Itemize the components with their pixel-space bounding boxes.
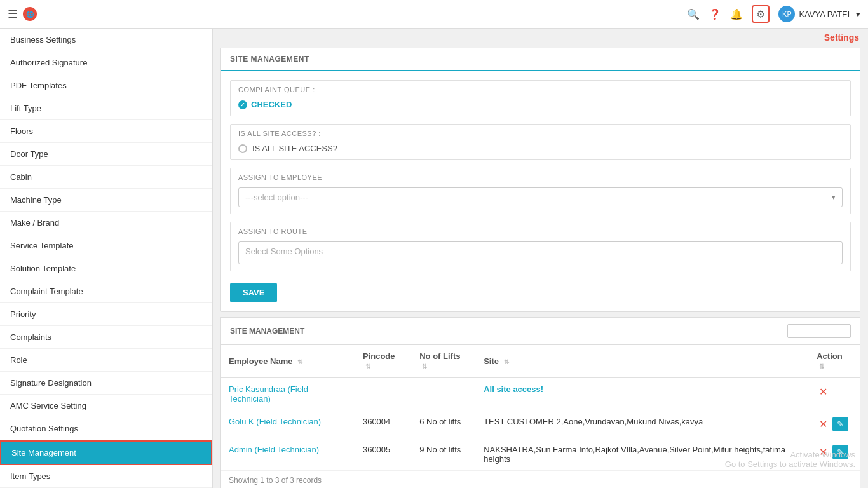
table-head: Employee Name ⇅ Pincode ⇅ No of Lifts ⇅ … [221,345,860,377]
checked-badge: ✓ CHECKED [238,100,843,109]
assign-employee-section: ASSIGN TO EMPLOYEE ---select option--- ▾ [230,168,851,214]
col-employee-name: Employee Name ⇅ [221,345,355,377]
navbar-right: 🔍 ❓ 🔔 ⚙ KP KAVYA PATEL ▾ [687,5,860,23]
complaint-queue-content: ✓ CHECKED [231,96,850,116]
form-card-header: SITE MANAGEMENT [221,48,860,71]
employee-link[interactable]: Admin (Field Technician) [229,445,319,454]
employee-link[interactable]: Golu K (Field Technician) [229,417,321,426]
col-action: Action ⇅ [809,345,860,377]
cell-employee: Admin (Field Technician) [221,438,355,471]
cell-pincode: 360005 [355,438,412,471]
table-footer: Showing 1 to 3 of 3 records [221,471,860,488]
settings-icon-button[interactable]: ⚙ [752,5,770,23]
sidebar-item-quotation-settings[interactable]: Quotation Settings [0,417,212,440]
sidebar-item-cabin[interactable]: Cabin [0,166,212,189]
user-info: KP KAVYA PATEL ▾ [778,6,860,22]
cell-employee: Pric Kasundraa (Field Technician) [221,377,355,410]
assign-employee-placeholder: ---select option--- [245,193,308,202]
assign-route-placeholder: Select Some Options [245,247,323,256]
gear-icon: ⚙ [756,8,765,20]
globe-icon: 🌐 [23,7,37,21]
sidebar-item-lift-type[interactable]: Lift Type [0,97,212,120]
cell-pincode [355,377,412,410]
site-management-table: Employee Name ⇅ Pincode ⇅ No of Lifts ⇅ … [221,345,860,471]
table-body: Pric Kasundraa (Field Technician)All sit… [221,377,860,471]
cell-site: TEST CUSTOMER 2,Aone,Vrundavan,Mukund Ni… [476,410,809,438]
sidebar-item-priority[interactable]: Priority [0,303,212,326]
assign-route-label: ASSIGN TO ROUTE [231,222,850,238]
radio-label: IS ALL SITE ACCESS? [252,144,337,153]
col-pincode: Pincode ⇅ [355,345,412,377]
sidebar-item-solution-template[interactable]: Solution Template [0,257,212,280]
main-layout: Business SettingsAuthorized SignaturePDF… [0,29,868,488]
sidebar-item-complaint-template[interactable]: Complaint Template [0,280,212,303]
assign-employee-label: ASSIGN TO EMPLOYEE [231,168,850,184]
sidebar-item-role[interactable]: Role [0,349,212,372]
edit-button[interactable]: ✎ [832,445,848,459]
edit-button[interactable]: ✎ [832,417,848,431]
sidebar-item-site-management[interactable]: Site Management [0,440,212,465]
content-area: Settings SITE MANAGEMENT COMPLAINT QUEUE… [213,29,868,488]
table-row: Golu K (Field Technician)3600046 No of l… [221,410,860,438]
sort-icon: ⇅ [365,363,370,370]
cell-lifts: 9 No of lifts [412,438,476,471]
search-icon[interactable]: 🔍 [687,8,700,20]
assign-route-section: ASSIGN TO ROUTE Select Some Options [230,222,851,271]
col-site: Site ⇅ [476,345,809,377]
settings-label: Settings [824,32,859,43]
sidebar-item-make---brand[interactable]: Make / Brand [0,212,212,234]
assign-route-multi-select[interactable]: Select Some Options [238,241,843,264]
navbar-left: ☰ 🌐 [8,7,37,21]
site-management-form-card: SITE MANAGEMENT COMPLAINT QUEUE : ✓ CHEC… [220,48,860,312]
sidebar-item-item-types[interactable]: Item Types [0,465,212,488]
sidebar-item-door-type[interactable]: Door Type [0,143,212,166]
sidebar-item-complaints[interactable]: Complaints [0,326,212,349]
all-site-access-content: IS ALL SITE ACCESS? [231,140,850,159]
sidebar-item-floors[interactable]: Floors [0,120,212,143]
employee-link[interactable]: Pric Kasundraa (Field Technician) [229,384,308,403]
all-site-access-value: All site access! [484,384,543,394]
sidebar-item-business-settings[interactable]: Business Settings [0,29,212,51]
delete-button[interactable]: ✕ [817,417,830,431]
cell-lifts: 6 No of lifts [412,410,476,438]
cell-site: NAKSHATRA,Sun Farma Info,Rajkot VIlla,Av… [476,438,809,471]
delete-button[interactable]: ✕ [817,384,830,399]
table-search-input[interactable] [787,324,851,338]
sidebar-item-pdf-templates[interactable]: PDF Templates [0,74,212,97]
table-header-row: Employee Name ⇅ Pincode ⇅ No of Lifts ⇅ … [221,345,860,377]
form-card-body: COMPLAINT QUEUE : ✓ CHECKED IS ALL SITE … [221,71,860,311]
sidebar-item-signature-designation[interactable]: Signature Designation [0,372,212,395]
cell-lifts [412,377,476,410]
assign-employee-content: ---select option--- ▾ [231,184,850,214]
hamburger-menu[interactable]: ☰ [8,7,18,21]
table-header: SITE MANAGEMENT [221,318,860,345]
help-icon[interactable]: ❓ [709,8,721,20]
table-row: Admin (Field Technician)3600059 No of li… [221,438,860,471]
sidebar: Business SettingsAuthorized SignaturePDF… [0,29,213,488]
col-no-of-lifts: No of Lifts ⇅ [412,345,476,377]
chevron-down-icon: ▾ [856,10,860,19]
all-site-access-radio[interactable]: IS ALL SITE ACCESS? [238,144,843,153]
sidebar-item-amc-service-setting[interactable]: AMC Service Setting [0,395,212,417]
cell-pincode: 360004 [355,410,412,438]
assign-employee-select[interactable]: ---select option--- ▾ [238,187,843,207]
bell-icon[interactable]: 🔔 [730,8,743,20]
sidebar-item-service-template[interactable]: Service Template [0,234,212,257]
navbar: ☰ 🌐 🔍 ❓ 🔔 ⚙ KP KAVYA PATEL ▾ [0,0,868,29]
settings-label-area: Settings [213,29,868,43]
save-button[interactable]: SAVE [230,283,277,302]
sort-icon: ⇅ [297,358,302,365]
avatar: KP [778,6,795,22]
delete-button[interactable]: ✕ [817,445,830,459]
action-buttons: ✕✎ [817,445,852,459]
cell-action: ✕ [809,377,860,410]
cell-site: All site access! [476,377,809,410]
checked-value: CHECKED [251,100,292,109]
sidebar-item-authorized-signature[interactable]: Authorized Signature [0,51,212,74]
complaint-queue-label: COMPLAINT QUEUE : [231,81,850,96]
cell-action: ✕✎ [809,438,860,471]
cell-action: ✕✎ [809,410,860,438]
sort-icon: ⇅ [504,358,509,365]
sidebar-item-machine-type[interactable]: Machine Type [0,189,212,212]
assign-route-content: Select Some Options [231,238,850,271]
